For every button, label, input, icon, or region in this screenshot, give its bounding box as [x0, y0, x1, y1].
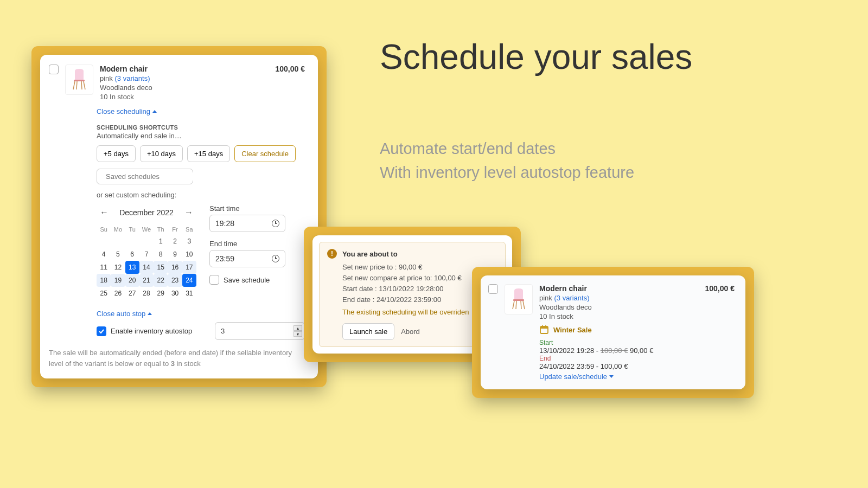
summary-panel-frame: Modern chair pink (3 variants) Woodlands… [472, 267, 754, 398]
warning-icon: ! [327, 249, 337, 259]
abort-button[interactable]: Abord [401, 328, 420, 336]
calendar-day[interactable]: 20 [125, 274, 139, 287]
save-schedule-checkbox[interactable] [209, 275, 219, 285]
calendar-day[interactable]: 4 [97, 248, 111, 261]
calendar-day[interactable]: 26 [111, 287, 125, 300]
variants-link[interactable]: (3 variants) [114, 74, 150, 82]
close-autostop-link[interactable]: Close auto stop [97, 310, 152, 318]
calendar-day[interactable]: 10 [182, 248, 196, 261]
update-schedule-link[interactable]: Update sale/schedule [539, 373, 614, 381]
product-variant-line: pink (3 variants) [100, 74, 269, 82]
autostop-note: The sale will be automatically ended (be… [49, 348, 305, 369]
product-select-checkbox[interactable] [49, 65, 59, 74]
product-thumbnail [65, 65, 93, 95]
calendar-day[interactable]: 30 [168, 287, 182, 300]
calendar-day[interactable]: 16 [168, 261, 182, 274]
enable-autostop-checkbox[interactable] [97, 326, 106, 336]
launch-sale-button[interactable]: Launch sale [342, 323, 394, 340]
product-title: Modern chair [100, 65, 269, 73]
calendar-day[interactable]: 3 [182, 235, 196, 248]
start-time-input[interactable]: 19:28 [209, 215, 285, 232]
quantity-stepper: ▲ ▼ [293, 325, 302, 337]
calendar-day[interactable]: 8 [154, 248, 168, 261]
caret-up-icon [152, 110, 157, 113]
start-time-label: Start time [209, 204, 305, 213]
variants-link[interactable]: (3 variants) [554, 294, 589, 302]
product-variant-line: pink (3 variants) [539, 294, 699, 302]
saved-schedules-input[interactable] [106, 172, 197, 181]
calendar-day[interactable]: 22 [154, 274, 168, 287]
calendar-day[interactable]: 9 [168, 248, 182, 261]
calendar-dow: We [139, 224, 154, 235]
end-time-label: End time [209, 240, 305, 248]
calendar-day[interactable]: 28 [139, 287, 154, 300]
svg-line-4 [81, 81, 82, 89]
calendar-dow: Sa [182, 224, 196, 235]
calendar-day[interactable]: 11 [97, 261, 111, 274]
schedule-start-value: 13/10/2022 19:28 - 100,00 € 90,00 € [539, 346, 699, 355]
add-5-days-button[interactable]: +5 days [97, 145, 136, 162]
svg-line-10 [516, 301, 516, 309]
calendar-day[interactable]: 15 [154, 261, 168, 274]
svg-line-8 [513, 301, 514, 309]
svg-line-3 [76, 81, 77, 89]
schedule-start-label: Start [539, 339, 699, 346]
calendar-day[interactable]: 13 [125, 261, 139, 274]
summary-panel: Modern chair pink (3 variants) Woodlands… [481, 275, 745, 389]
calendar-day[interactable]: 14 [139, 261, 154, 274]
product-stock: 10 In stock [100, 93, 269, 101]
calendar-day[interactable]: 29 [154, 287, 168, 300]
calendar-day[interactable]: 6 [125, 248, 139, 261]
product-brand: Woodlands deco [539, 303, 699, 311]
stepper-down-button[interactable]: ▼ [293, 331, 302, 337]
svg-line-11 [521, 301, 521, 309]
add-15-days-button[interactable]: +15 days [187, 145, 230, 162]
svg-line-2 [84, 81, 85, 89]
calendar-prev-button[interactable]: ← [97, 207, 112, 219]
product-thumbnail [505, 284, 533, 314]
svg-rect-0 [74, 80, 85, 81]
calendar-day[interactable]: 18 [97, 274, 111, 287]
clock-icon [272, 220, 279, 227]
calendar-day[interactable]: 2 [168, 235, 182, 248]
product-brand: Woodlands deco [100, 84, 269, 92]
scheduling-panel-frame: Modern chair pink (3 variants) Woodlands… [31, 46, 327, 387]
calendar-day[interactable]: 7 [139, 248, 154, 261]
calendar-day[interactable]: 17 [182, 261, 196, 274]
clear-schedule-button[interactable]: Clear schedule [234, 145, 296, 162]
calendar-day[interactable]: 12 [111, 261, 125, 274]
calendar-icon [539, 325, 549, 335]
svg-line-1 [73, 81, 75, 89]
calendar-dow: Mo [111, 224, 125, 235]
calendar-next-button[interactable]: → [181, 207, 196, 219]
stepper-up-button[interactable]: ▲ [293, 325, 302, 331]
calendar-day[interactable]: 19 [111, 274, 125, 287]
calendar-day[interactable]: 5 [111, 248, 125, 261]
svg-line-9 [523, 301, 525, 309]
close-scheduling-link[interactable]: Close scheduling [97, 107, 157, 115]
scheduling-shortcuts-sub: Automatically end sale in… [97, 132, 305, 140]
checkmark-icon [98, 328, 105, 335]
hero-subtitle-2: With inventory level autostop feature [380, 164, 634, 182]
sale-name: Winter Sale [553, 326, 592, 334]
calendar-day[interactable]: 23 [168, 274, 182, 287]
calendar-dow: Th [154, 224, 168, 235]
save-schedule-label: Save schedule [224, 276, 270, 284]
add-10-days-button[interactable]: +10 days [140, 145, 183, 162]
product-select-checkbox[interactable] [488, 284, 498, 294]
end-time-input[interactable]: 23:59 [209, 250, 285, 267]
calendar-month-label: December 2022 [119, 208, 174, 217]
calendar-day[interactable]: 31 [182, 287, 196, 300]
svg-rect-7 [513, 299, 524, 301]
saved-schedules-search[interactable] [97, 169, 193, 184]
enable-autostop-label: Enable inventory autostop [111, 327, 192, 335]
calendar-day[interactable]: 27 [125, 287, 139, 300]
calendar-day[interactable]: 21 [139, 274, 154, 287]
product-price: 100,00 € [276, 65, 305, 73]
autostop-threshold-input[interactable]: 3 ▲ ▼ [215, 322, 305, 340]
calendar-day[interactable]: 25 [97, 287, 111, 300]
caret-up-icon [148, 312, 152, 315]
calendar-day[interactable]: 1 [154, 235, 168, 248]
calendar-day[interactable]: 24 [182, 274, 196, 287]
clock-icon [272, 255, 279, 262]
